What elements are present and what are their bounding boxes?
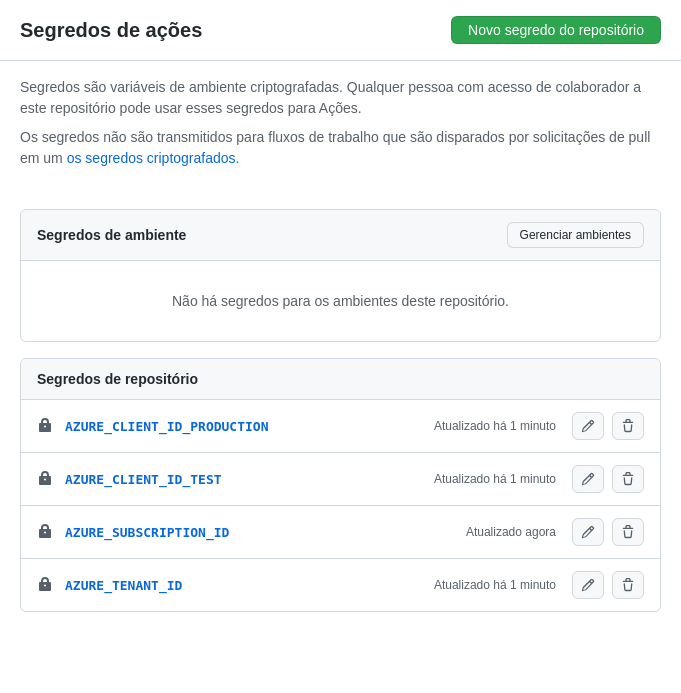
secrets-list: AZURE_CLIENT_ID_PRODUCTION Atualizado há… — [21, 400, 660, 611]
description-section: Segredos são variáveis de ambiente cript… — [0, 61, 681, 193]
lock-icon — [37, 471, 53, 487]
edit-secret-button[interactable] — [572, 412, 604, 440]
cryptography-link[interactable]: os segredos criptografados. — [67, 150, 240, 166]
trash-icon — [621, 419, 635, 433]
repository-section: Segredos de repositório AZURE_CLIENT_ID_… — [20, 358, 661, 612]
trash-icon — [621, 525, 635, 539]
description-line2: Os segredos não são transmitidos para fl… — [20, 127, 661, 169]
edit-secret-button[interactable] — [572, 465, 604, 493]
pencil-icon — [581, 578, 595, 592]
secret-actions — [572, 412, 644, 440]
lock-icon — [37, 577, 53, 593]
environment-section-title: Segredos de ambiente — [37, 227, 186, 243]
table-row: AZURE_TENANT_ID Atualizado há 1 minuto — [21, 559, 660, 611]
table-row: AZURE_CLIENT_ID_PRODUCTION Atualizado há… — [21, 400, 660, 453]
edit-secret-button[interactable] — [572, 518, 604, 546]
secret-name: AZURE_CLIENT_ID_PRODUCTION — [65, 419, 434, 434]
delete-secret-button[interactable] — [612, 465, 644, 493]
lock-icon — [37, 524, 53, 540]
manage-environments-button[interactable]: Gerenciar ambientes — [507, 222, 644, 248]
page-header: Segredos de ações Novo segredo do reposi… — [0, 0, 681, 61]
secret-name: AZURE_CLIENT_ID_TEST — [65, 472, 434, 487]
pencil-icon — [581, 472, 595, 486]
secret-actions — [572, 571, 644, 599]
secret-actions — [572, 518, 644, 546]
repository-section-title: Segredos de repositório — [37, 371, 198, 387]
description-line1: Segredos são variáveis de ambiente cript… — [20, 77, 661, 119]
secret-updated: Atualizado há 1 minuto — [434, 472, 556, 486]
secret-name: AZURE_TENANT_ID — [65, 578, 434, 593]
delete-secret-button[interactable] — [612, 571, 644, 599]
environment-section-header: Segredos de ambiente Gerenciar ambientes — [21, 210, 660, 261]
trash-icon — [621, 578, 635, 592]
delete-secret-button[interactable] — [612, 518, 644, 546]
table-row: AZURE_CLIENT_ID_TEST Atualizado há 1 min… — [21, 453, 660, 506]
repository-section-header: Segredos de repositório — [21, 359, 660, 400]
delete-secret-button[interactable] — [612, 412, 644, 440]
lock-icon — [37, 418, 53, 434]
secret-name: AZURE_SUBSCRIPTION_ID — [65, 525, 466, 540]
trash-icon — [621, 472, 635, 486]
secret-updated: Atualizado há 1 minuto — [434, 578, 556, 592]
secret-updated: Atualizado agora — [466, 525, 556, 539]
table-row: AZURE_SUBSCRIPTION_ID Atualizado agora — [21, 506, 660, 559]
new-secret-button[interactable]: Novo segredo do repositório — [451, 16, 661, 44]
edit-secret-button[interactable] — [572, 571, 604, 599]
secret-actions — [572, 465, 644, 493]
secret-updated: Atualizado há 1 minuto — [434, 419, 556, 433]
page-title: Segredos de ações — [20, 19, 202, 42]
environment-empty-state: Não há segredos para os ambientes deste … — [21, 261, 660, 341]
pencil-icon — [581, 525, 595, 539]
environment-section: Segredos de ambiente Gerenciar ambientes… — [20, 209, 661, 342]
pencil-icon — [581, 419, 595, 433]
